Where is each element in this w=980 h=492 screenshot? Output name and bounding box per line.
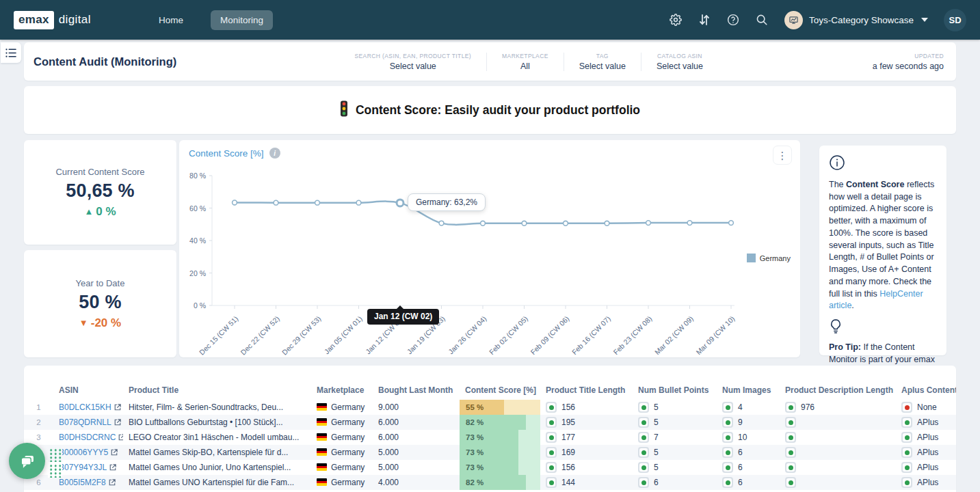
column-header[interactable]: Product Description Length: [780, 383, 896, 400]
sort-arrows-icon[interactable]: [698, 14, 711, 27]
column-header[interactable]: Num Images: [717, 383, 780, 400]
marketplace-cell: Germany: [311, 430, 373, 445]
aplus-content: APlus: [896, 475, 956, 490]
status-badge-icon: [546, 462, 557, 473]
filter-marketplace-value[interactable]: All: [502, 62, 548, 71]
asin-link[interactable]: B078QDRNLL: [59, 418, 121, 427]
bought-last-month: 6.000: [373, 430, 460, 445]
workspace-selector[interactable]: Toys-Category Showcase: [784, 11, 928, 29]
bought-last-month: 5.000: [373, 445, 460, 460]
column-header[interactable]: Aplus Content: [896, 383, 956, 400]
germany-flag-icon: [317, 418, 327, 426]
chart-header: Content Score [%] i: [189, 148, 280, 159]
num-bullet-points: 5: [633, 400, 717, 415]
table-row[interactable]: 1B0DLCK15KHHitster, Film- & Serien-Sound…: [24, 400, 956, 415]
topbar-actions: Toys-Category Showcase SD: [670, 9, 966, 31]
chart-menu-button[interactable]: ⋮: [773, 146, 792, 165]
column-header[interactable]: Marketplace: [311, 383, 373, 400]
status-badge-icon: [785, 477, 796, 488]
num-bullet-points: 7: [633, 430, 717, 445]
kpi-delta-value: -20 %: [91, 316, 121, 330]
search-icon[interactable]: [756, 14, 769, 27]
updated-value: a few seconds ago: [873, 62, 944, 71]
status-badge-icon: [546, 402, 557, 413]
svg-text:Dec 15 (CW 51): Dec 15 (CW 51): [198, 314, 240, 357]
metric-value: 5: [654, 448, 659, 457]
status-badge-icon: [722, 417, 733, 428]
table-row[interactable]: 6B005I5M2F8Mattel Games UNO Kartenspiel …: [24, 475, 956, 490]
metric-value: APlus: [917, 418, 938, 427]
filter-tag-value[interactable]: Select value: [579, 62, 626, 71]
product-table-card: ASINProduct TitleMarketplaceBought Last …: [24, 366, 956, 492]
metric-value: 195: [561, 418, 575, 427]
traffic-light-icon: [340, 100, 348, 120]
column-header[interactable]: Product Title: [123, 383, 311, 400]
column-header[interactable]: Bought Last Month: [373, 383, 460, 400]
external-link-icon: [111, 449, 118, 456]
marketplace-cell: Germany: [311, 445, 373, 460]
logo[interactable]: emax digital: [14, 11, 91, 29]
svg-text:Feb 23 (CW 08): Feb 23 (CW 08): [611, 314, 653, 356]
column-header[interactable]: [24, 383, 53, 400]
asin-link[interactable]: B0DHSDCRNC: [59, 433, 123, 442]
report-list-button[interactable]: [1, 42, 21, 63]
asin-link[interactable]: B07Y94Y3JL: [59, 463, 116, 472]
logo-digital: digital: [59, 13, 91, 27]
main-nav: Home Monitoring: [149, 10, 273, 30]
metric-value: 976: [801, 402, 815, 412]
bought-last-month: 5.000: [373, 460, 460, 475]
asin-link[interactable]: B00006YYY5: [59, 448, 118, 457]
column-header[interactable]: Product Title Length: [540, 383, 633, 400]
filter-marketplace[interactable]: MARKETPLACE All: [486, 53, 564, 71]
table-row[interactable]: 5B07Y94Y3JLMattel Games Uno Junior, Uno …: [24, 460, 956, 475]
nav-home[interactable]: Home: [149, 10, 193, 30]
table-row[interactable]: 4B00006YYY5Mattel Games Skip-BO, Kartens…: [24, 445, 956, 460]
status-badge-icon: [638, 462, 649, 473]
help-icon[interactable]: [727, 14, 740, 27]
nav-monitoring[interactable]: Monitoring: [211, 10, 273, 30]
num-bullet-points: 5: [633, 460, 717, 475]
filter-tag[interactable]: TAG Select value: [564, 53, 641, 71]
content-score-line-chart[interactable]: 0 %20 %40 %60 %80 %Dec 15 (CW 51)Dec 22 …: [179, 140, 800, 357]
filter-search-value[interactable]: Select value: [354, 62, 471, 71]
column-header[interactable]: ASIN: [53, 383, 123, 400]
user-avatar[interactable]: SD: [944, 9, 966, 31]
germany-flag-icon: [317, 448, 327, 456]
filter-search[interactable]: SEARCH (ASIN, EAN, PRODUCT TITLE) Select…: [339, 53, 486, 71]
kpi-current-content-score: Current Content Score 50,65 % ▲ 0 %: [24, 140, 176, 245]
status-badge-icon: [722, 402, 733, 413]
product-title-length: 195: [540, 415, 633, 430]
filter-catalog-asin[interactable]: CATALOG ASIN Select value: [641, 53, 718, 71]
svg-text:20 %: 20 %: [189, 269, 206, 277]
table-row[interactable]: 2B078QDRNLLBIO Luftballons Geburtstag • …: [24, 415, 956, 430]
content-score-bar: 55 %: [460, 400, 540, 415]
filter-catalog-asin-value[interactable]: Select value: [657, 62, 703, 71]
status-badge-icon: [638, 402, 649, 413]
product-description-length: [780, 475, 896, 490]
column-header[interactable]: Content Score [%]: [460, 383, 540, 400]
product-title-length: 177: [540, 430, 633, 445]
product-title: BIO Luftballons Geburtstag • [100 Stück]…: [123, 415, 311, 430]
settings-gear-icon[interactable]: [670, 14, 683, 27]
asin-link[interactable]: B0DLCK15KH: [59, 402, 121, 412]
external-link-icon: [114, 419, 121, 426]
chat-widget-dots: [48, 448, 62, 462]
asin-link[interactable]: B005I5M2F8: [59, 478, 116, 487]
status-badge-icon: [546, 417, 557, 428]
bought-last-month: 9.000: [373, 400, 460, 415]
svg-text:Feb 02 (CW 05): Feb 02 (CW 05): [488, 314, 529, 356]
filter-catalog-asin-label: CATALOG ASIN: [657, 53, 703, 59]
chart-legend-germany[interactable]: Germany: [747, 254, 791, 262]
svg-text:Dec 29 (CW 53): Dec 29 (CW 53): [280, 314, 323, 357]
logo-emax: emax: [14, 11, 54, 29]
table-row[interactable]: 3B0DHSDCRNCLEGO Creator 3in1 Häschen - M…: [24, 430, 956, 445]
metric-value: APlus: [917, 448, 938, 457]
kpi-label: Current Content Score: [55, 167, 144, 177]
info-circle-icon: [829, 154, 937, 175]
column-header[interactable]: Num Bullet Points: [633, 383, 717, 400]
svg-text:Mar 02 (CW 09): Mar 02 (CW 09): [653, 314, 695, 356]
chat-button[interactable]: [9, 443, 45, 479]
kpi-year-to-date: Year to Date 50 % ▼ -20 %: [24, 250, 176, 357]
filter-search-label: SEARCH (ASIN, EAN, PRODUCT TITLE): [354, 53, 471, 59]
info-icon[interactable]: i: [269, 148, 280, 159]
